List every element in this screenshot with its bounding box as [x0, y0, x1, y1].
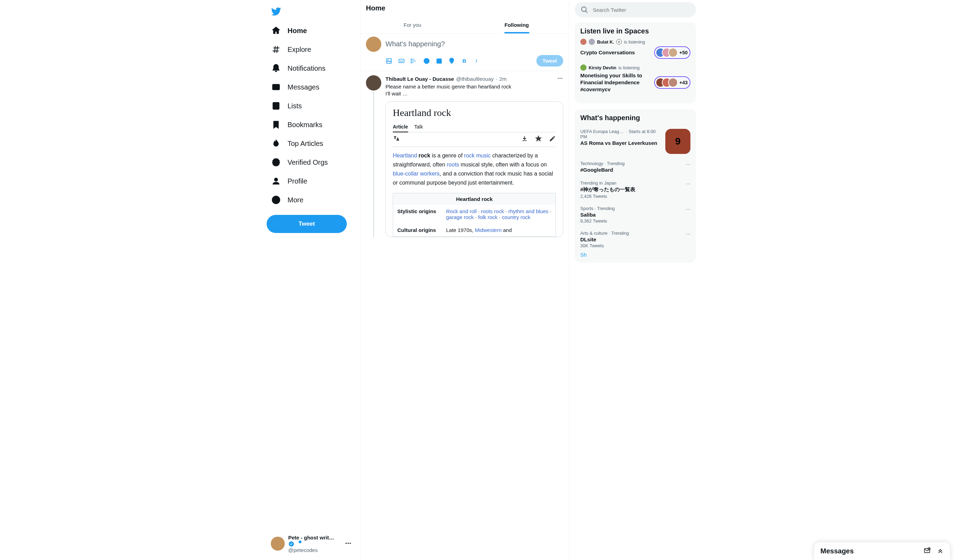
- svg-point-16: [424, 58, 429, 63]
- listener-pile: +50: [654, 46, 690, 59]
- svg-point-18: [427, 60, 428, 61]
- tweet-text: Please name a better music genre than he…: [386, 83, 563, 97]
- nav-label: Top Articles: [288, 140, 323, 148]
- star-icon[interactable]: [535, 135, 542, 143]
- event-thumbnail: 9: [665, 129, 690, 154]
- space-item[interactable]: Bulat K. ◉ is listening Crypto Conversat…: [580, 39, 690, 59]
- nav-home[interactable]: Home: [267, 21, 356, 40]
- verified-icon: [272, 158, 280, 167]
- nav-label: Messages: [288, 83, 319, 91]
- compose-input[interactable]: What's happening?: [386, 37, 563, 55]
- panel-heading: Listen live in Spaces: [580, 27, 690, 35]
- nav-more[interactable]: More: [267, 190, 356, 209]
- trend-topic[interactable]: UEFA Europa Leag… · Starts at 8:00 PM AS…: [580, 125, 690, 157]
- nav-label: Notifications: [288, 65, 326, 73]
- list-icon: [272, 101, 280, 110]
- nav-notifications[interactable]: Notifications: [267, 59, 356, 78]
- author-handle[interactable]: @thibaultleouay: [456, 76, 494, 82]
- trend-item[interactable]: Technology · Trending #GoogleBard ···: [580, 157, 690, 177]
- nav-explore[interactable]: Explore: [267, 40, 356, 59]
- feed-tabs: For you Following: [360, 16, 569, 34]
- more-icon[interactable]: ···: [686, 180, 690, 186]
- home-icon: [272, 26, 280, 35]
- bell-icon: [272, 64, 280, 73]
- avatar: [589, 39, 595, 45]
- embedded-card[interactable]: Heartland rock Article Talk: [386, 101, 563, 237]
- more-icon[interactable]: ···: [686, 206, 690, 212]
- space-title: Crypto Conversations: [580, 49, 635, 56]
- hash-icon: [272, 45, 280, 54]
- spaces-panel: Listen live in Spaces Bulat K. ◉ is list…: [575, 22, 696, 104]
- svg-point-6: [277, 200, 278, 200]
- schedule-icon[interactable]: [436, 57, 443, 65]
- bold-icon[interactable]: B: [461, 57, 468, 65]
- happening-panel: What's happening UEFA Europa Leag… · Sta…: [575, 109, 696, 263]
- tweet-button[interactable]: Tweet: [267, 215, 347, 233]
- messages-drawer[interactable]: Messages: [814, 542, 950, 560]
- svg-point-2: [275, 178, 278, 181]
- show-more-link[interactable]: Sh: [580, 252, 690, 258]
- nav-label: More: [288, 196, 304, 204]
- svg-point-24: [558, 78, 559, 79]
- more-icon[interactable]: ···: [686, 230, 690, 237]
- space-item[interactable]: Kirsty Devlin is listening Monetising yo…: [580, 65, 690, 93]
- svg-point-15: [411, 62, 412, 63]
- more-icon[interactable]: [557, 75, 563, 83]
- wiki-tab-talk[interactable]: Talk: [414, 122, 423, 132]
- profile-switcher[interactable]: Pete - ghost writ… @petecodes: [267, 531, 356, 557]
- verified-badge-icon: [288, 541, 295, 547]
- compose-tweet: What's happening? GIF B I Tweet: [360, 34, 569, 71]
- nav-profile[interactable]: Profile: [267, 172, 356, 190]
- drawer-title: Messages: [821, 547, 854, 555]
- tab-following[interactable]: Following: [464, 16, 569, 33]
- trend-item[interactable]: Trending in Japan #神が奪ったもの一覧表 2,426 Twee…: [580, 177, 690, 202]
- download-icon[interactable]: [521, 135, 528, 143]
- svg-point-4: [274, 200, 275, 200]
- nav-label: Lists: [288, 102, 302, 110]
- edit-icon[interactable]: [549, 135, 556, 143]
- author-name[interactable]: Thibault Le Ouay - Ducasse: [386, 76, 454, 82]
- avatar[interactable]: [366, 75, 381, 91]
- avatar[interactable]: [366, 37, 381, 52]
- gif-icon[interactable]: GIF: [398, 57, 405, 65]
- spaces-icon: ◉: [616, 39, 622, 45]
- new-message-icon[interactable]: [923, 547, 931, 555]
- svg-point-17: [425, 60, 426, 61]
- expand-icon[interactable]: [937, 547, 944, 555]
- trend-item[interactable]: Sports · Trending Saliba 9,362 Tweets ··…: [580, 202, 690, 227]
- nav-label: Home: [288, 27, 307, 35]
- nav-lists[interactable]: Lists: [267, 96, 356, 115]
- mail-icon: [272, 83, 280, 92]
- tab-for-you[interactable]: For you: [360, 16, 464, 33]
- nav-messages[interactable]: Messages: [267, 78, 356, 96]
- wiki-paragraph: Heartland rock is a genre of rock music …: [393, 151, 556, 187]
- italic-icon[interactable]: I: [473, 57, 480, 65]
- flame-icon: [272, 139, 280, 148]
- send-tweet-button[interactable]: Tweet: [536, 55, 563, 67]
- more-icon[interactable]: ···: [686, 161, 690, 167]
- svg-text:I: I: [476, 58, 477, 64]
- avatar: [580, 39, 586, 45]
- trend-item[interactable]: Arts & culture · Trending DLsite 30K Twe…: [580, 227, 690, 252]
- location-icon[interactable]: [448, 57, 455, 65]
- timestamp[interactable]: 2m: [500, 76, 507, 82]
- bookmark-icon: [272, 120, 280, 129]
- language-icon[interactable]: [393, 135, 400, 143]
- nav-verified-orgs[interactable]: Verified Orgs: [267, 153, 356, 172]
- image-icon[interactable]: [386, 57, 392, 65]
- poll-icon[interactable]: [410, 57, 417, 65]
- nav-top-articles[interactable]: Top Articles: [267, 134, 356, 153]
- nav-bookmarks[interactable]: Bookmarks: [267, 115, 356, 134]
- listener-pile: +43: [654, 76, 690, 89]
- main-column: Home For you Following What's happening?…: [360, 0, 569, 560]
- wiki-tab-article[interactable]: Article: [393, 122, 408, 132]
- svg-point-5: [276, 200, 276, 200]
- search-input[interactable]: [593, 7, 690, 13]
- tweet-post: Thibault Le Ouay - Ducasse @thibaultleou…: [360, 71, 569, 241]
- emoji-icon[interactable]: [423, 57, 430, 65]
- right-column: Listen live in Spaces Bulat K. ◉ is list…: [569, 0, 702, 560]
- search-box[interactable]: [575, 2, 696, 18]
- svg-point-7: [346, 542, 347, 544]
- handle: @petecodes: [288, 547, 341, 553]
- twitter-logo[interactable]: [267, 3, 356, 21]
